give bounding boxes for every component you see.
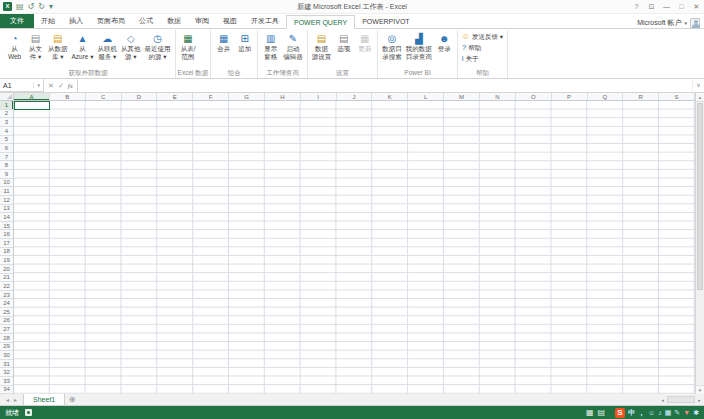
voice-input-icon[interactable]: ♪ [658, 407, 662, 418]
name-box[interactable]: A1 ▾ [0, 79, 44, 92]
tab-developer[interactable]: 开发工具 [244, 14, 286, 28]
about-button[interactable]: i关于 [460, 53, 505, 64]
close-icon[interactable]: ✕ [689, 0, 704, 13]
undo-icon[interactable]: ↺ [28, 2, 35, 12]
from-database-button[interactable]: ▤从数据库 ▾ [46, 30, 70, 62]
append-button[interactable]: ⊞追加 [234, 30, 255, 54]
row-header-8[interactable]: 8 [0, 161, 13, 170]
vertical-scrollbar[interactable]: ▴ ▾ [695, 93, 704, 394]
row-header-26[interactable]: 26 [0, 317, 13, 326]
row-header-2[interactable]: 2 [0, 110, 13, 119]
save-icon[interactable]: ▤ [16, 2, 24, 12]
column-header-r[interactable]: R [623, 93, 659, 100]
row-header-32[interactable]: 32 [0, 368, 13, 377]
row-header-31[interactable]: 31 [0, 360, 13, 369]
row-header-20[interactable]: 20 [0, 265, 13, 274]
horizontal-scrollbar-thumb[interactable] [667, 396, 695, 403]
column-header-l[interactable]: L [408, 93, 444, 100]
new-sheet-button[interactable]: ⊕ [65, 394, 79, 405]
send-feedback-button[interactable]: ☺发送反馈 ▾ [460, 31, 505, 42]
tab-powerpivot[interactable]: POWERPIVOT [355, 14, 416, 28]
insert-function-icon[interactable]: fx [68, 82, 73, 90]
from-online-services-button[interactable]: ☁从联机服务 ▾ [96, 30, 120, 62]
row-header-23[interactable]: 23 [0, 291, 13, 300]
ribbon-display-options-icon[interactable]: ⊡ [644, 0, 659, 13]
column-header-d[interactable]: D [122, 93, 158, 100]
from-azure-button[interactable]: ▲从Azure ▾ [70, 30, 96, 62]
column-header-j[interactable]: J [337, 93, 373, 100]
row-header-1[interactable]: 1 [0, 101, 13, 110]
column-header-p[interactable]: P [552, 93, 588, 100]
toolbox-icon[interactable]: ✱ [693, 407, 699, 418]
data-catalog-search-button[interactable]: ◎数据目录搜索 [380, 30, 404, 62]
row-header-7[interactable]: 7 [0, 153, 13, 162]
expand-formula-bar-icon[interactable]: ∨ [692, 79, 704, 92]
show-pane-button[interactable]: ▥显示窗格 [260, 30, 281, 62]
prev-sheet-icon[interactable]: ◂ [6, 396, 9, 403]
column-header-h[interactable]: H [265, 93, 301, 100]
row-header-22[interactable]: 22 [0, 282, 13, 291]
normal-view-icon[interactable]: ▦ [586, 407, 594, 419]
row-header-24[interactable]: 24 [0, 299, 13, 308]
row-header-17[interactable]: 17 [0, 239, 13, 248]
scroll-left-icon[interactable]: ◂ [658, 397, 667, 403]
vertical-scrollbar-thumb[interactable] [697, 103, 703, 290]
column-header-i[interactable]: I [301, 93, 337, 100]
formula-input[interactable] [78, 79, 692, 92]
tab-view[interactable]: 视图 [216, 14, 244, 28]
tab-insert[interactable]: 插入 [62, 14, 90, 28]
row-header-25[interactable]: 25 [0, 308, 13, 317]
row-header-6[interactable]: 6 [0, 144, 13, 153]
from-file-button[interactable]: ▤从文件 ▾ [25, 30, 46, 62]
scroll-down-icon[interactable]: ▾ [696, 385, 704, 394]
column-header-n[interactable]: N [480, 93, 516, 100]
data-source-settings-button[interactable]: ▤数据源设置 [310, 30, 334, 62]
launch-editor-button[interactable]: ✎启动编辑器 [281, 30, 305, 62]
row-header-14[interactable]: 14 [0, 213, 13, 222]
row-header-13[interactable]: 13 [0, 205, 13, 214]
next-sheet-icon[interactable]: ▸ [14, 396, 17, 403]
row-header-18[interactable]: 18 [0, 248, 13, 257]
soft-keyboard-icon[interactable]: ▦ [665, 407, 672, 418]
tab-page-layout[interactable]: 页面布局 [90, 14, 132, 28]
from-other-sources-button[interactable]: ◇从其他源 ▾ [119, 30, 143, 62]
my-data-catalog-queries-button[interactable]: ▟我的数据目录查询 [404, 30, 434, 62]
row-header-34[interactable]: 34 [0, 386, 13, 395]
minimize-icon[interactable]: — [659, 0, 674, 13]
column-header-m[interactable]: M [444, 93, 480, 100]
help-window-icon[interactable]: ? [629, 0, 644, 13]
customize-qat-icon[interactable]: ▾ [49, 2, 53, 12]
help-button[interactable]: ?帮助 [460, 42, 505, 53]
skin-icon[interactable]: ▼ [683, 407, 690, 418]
select-all-button[interactable] [0, 93, 14, 100]
row-header-28[interactable]: 28 [0, 334, 13, 343]
selected-cell-a1[interactable] [14, 101, 50, 110]
column-header-a[interactable]: A [14, 93, 50, 100]
column-header-q[interactable]: Q [588, 93, 624, 100]
sheet-tab-sheet1[interactable]: Sheet1 [23, 394, 65, 405]
input-mode-icon[interactable]: 中 [628, 407, 635, 418]
tab-formulas[interactable]: 公式 [132, 14, 160, 28]
enter-icon[interactable]: ✓ [58, 82, 64, 90]
excel-app-icon[interactable]: X [3, 2, 12, 11]
row-header-21[interactable]: 21 [0, 274, 13, 283]
sign-in-button[interactable]: ☻登录 [434, 30, 455, 54]
update-button[interactable]: ▦更新 [354, 30, 375, 54]
recent-sources-button[interactable]: ◷最近使用的源 ▾ [143, 30, 173, 62]
punctuation-icon[interactable]: ， [638, 407, 645, 418]
tab-power-query[interactable]: POWER QUERY [286, 15, 355, 29]
row-header-11[interactable]: 11 [0, 187, 13, 196]
merge-button[interactable]: ▦合并 [213, 30, 234, 54]
account-menu[interactable]: Microsoft 帐户 ▾ [637, 18, 704, 28]
row-header-16[interactable]: 16 [0, 230, 13, 239]
row-header-33[interactable]: 33 [0, 377, 13, 386]
row-header-15[interactable]: 15 [0, 222, 13, 231]
clipboard-icon[interactable]: ✎ [674, 407, 680, 418]
tab-review[interactable]: 审阅 [188, 14, 216, 28]
emoji-icon[interactable]: ☺ [648, 407, 655, 418]
row-header-29[interactable]: 29 [0, 343, 13, 352]
page-layout-view-icon[interactable]: ▤ [597, 407, 605, 419]
row-header-4[interactable]: 4 [0, 127, 13, 136]
column-header-b[interactable]: B [50, 93, 86, 100]
cells-grid[interactable] [14, 101, 695, 394]
